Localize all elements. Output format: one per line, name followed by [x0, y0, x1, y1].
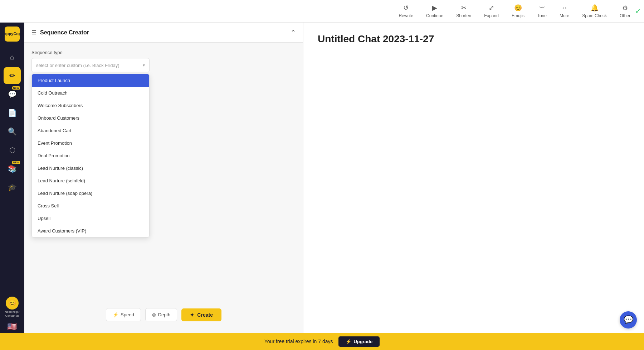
sidebar-item-cube[interactable]: ⬡	[4, 142, 21, 159]
dropdown-option-cold-outreach[interactable]: Cold Outreach	[32, 87, 149, 99]
toolbar-item-rewrite[interactable]: ↺ Rewrite	[392, 0, 420, 22]
edit-icon: ✏	[9, 71, 15, 80]
new-badge: NEW	[12, 86, 20, 90]
dropdown-option-welcome-subscribers[interactable]: Welcome Subscribers	[32, 99, 149, 112]
dropdown-option-abandoned-cart[interactable]: Abandoned Cart	[32, 124, 149, 137]
sidebar-item-edit[interactable]: ✏	[4, 67, 21, 84]
toolbar-item-other[interactable]: ⚙ Other	[613, 0, 637, 22]
dropdown-option-deal-promotion[interactable]: Deal Promotion	[32, 149, 149, 162]
books-icon: 📚	[8, 164, 17, 173]
sidebar-item-books[interactable]: 📚 NEW	[4, 160, 21, 177]
sidebar-item-search[interactable]: 🔍	[4, 123, 21, 140]
emojis-icon: 😊	[514, 4, 522, 12]
chat-support-bubble[interactable]: 💬	[620, 311, 637, 329]
depth-button[interactable]: ◎ Depth	[145, 308, 177, 321]
new-badge-2: NEW	[12, 161, 20, 164]
dropdown-menu: Product Launch Cold Outreach Welcome Sub…	[31, 74, 150, 238]
toolbar-item-shorten[interactable]: ✂ Shorten	[450, 0, 478, 22]
chat-icon: 💬	[8, 90, 17, 99]
dropdown-option-upsell[interactable]: Upsell	[32, 212, 149, 225]
continue-label: Continue	[426, 13, 443, 18]
collapse-icon[interactable]: ⌃	[291, 29, 296, 37]
logo-box: Hoppy Copy	[5, 27, 20, 42]
rewrite-label: Rewrite	[399, 13, 413, 18]
cube-icon: ⬡	[9, 146, 15, 154]
create-button[interactable]: ✦ Create	[181, 308, 221, 321]
toolbar-item-emojis[interactable]: 😊 Emojis	[505, 0, 531, 22]
speed-icon: ⚡	[113, 312, 118, 317]
sidebar-item-chat[interactable]: 💬 NEW	[4, 86, 21, 103]
panel-action-buttons: ⚡ Speed ◎ Depth ✦ Create	[24, 301, 303, 329]
dropdown-option-lead-nurture-classic[interactable]: Lead Nurture (classic)	[32, 162, 149, 174]
dropdown-arrow-icon: ▾	[143, 63, 145, 68]
toolbar-item-tone[interactable]: 〰 Tone	[531, 0, 553, 22]
dropdown-option-event-promotion[interactable]: Event Promotion	[32, 137, 149, 149]
shorten-icon: ✂	[461, 4, 467, 12]
dropdown-option-award-customers-vip[interactable]: Award Customers (VIP)	[32, 225, 149, 237]
home-icon: ⌂	[10, 53, 14, 61]
sidebar: Hoppy Copy ⌂ ✏ 💬 NEW 📄 🔍 ⬡	[0, 23, 24, 350]
dropdown-option-lead-nurture-seinfeld[interactable]: Lead Nurture (seinfeld)	[32, 174, 149, 187]
panel-title: Sequence Creator	[40, 29, 89, 36]
right-panel: Untitled Chat 2023-11-27	[303, 23, 644, 350]
more-icon: ↔	[561, 4, 568, 12]
upgrade-button[interactable]: ⚡ Upgrade	[338, 336, 380, 347]
rewrite-icon: ↺	[403, 4, 409, 12]
logo[interactable]: Hoppy Copy	[0, 23, 24, 45]
help-icon: 😊	[6, 297, 19, 310]
dropdown-option-lead-nurture-soap-opera[interactable]: Lead Nurture (soap opera)	[32, 187, 149, 200]
shorten-label: Shorten	[456, 13, 471, 18]
sidebar-item-doc[interactable]: 📄	[4, 104, 21, 121]
top-toolbar: ↺ Rewrite ▶ Continue ✂ Shorten ⤢ Expand …	[0, 0, 644, 23]
tone-icon: 〰	[539, 4, 545, 12]
tone-label: Tone	[537, 13, 547, 18]
graduation-icon: 🎓	[8, 183, 17, 192]
trial-bar: Your free trial expires in 7 days ⚡ Upgr…	[0, 333, 644, 350]
search-icon: 🔍	[8, 127, 17, 136]
toolbar-item-more[interactable]: ↔ More	[553, 0, 576, 22]
dropdown-option-product-launch[interactable]: Product Launch	[32, 74, 149, 87]
trial-message: Your free trial expires in 7 days	[264, 339, 333, 344]
flag-button[interactable]: 🇺🇸	[7, 322, 17, 331]
center-panel: ☰ Sequence Creator ⌃ Sequence type selec…	[24, 23, 303, 350]
more-label: More	[560, 13, 569, 18]
section-type-label: Sequence type	[31, 50, 296, 55]
toolbar-item-continue[interactable]: ▶ Continue	[420, 0, 450, 22]
other-label: Other	[620, 13, 630, 18]
check-icon: ✓	[635, 7, 641, 15]
doc-icon: 📄	[8, 109, 17, 117]
sparkle-icon: ✦	[190, 312, 194, 318]
panel-header: ☰ Sequence Creator ⌃	[24, 23, 303, 43]
dropdown-option-onboard-customers[interactable]: Onboard Customers	[32, 112, 149, 124]
help-text: Need help? Contact us	[5, 310, 20, 318]
spam-check-icon: 🔔	[591, 4, 599, 12]
expand-icon: ⤢	[489, 4, 494, 12]
chat-title: Untitled Chat 2023-11-27	[318, 33, 630, 45]
help-contact[interactable]: 😊 Need help? Contact us	[5, 297, 20, 318]
dropdown-placeholder: select or enter custom (i.e. Black Frida…	[36, 63, 119, 68]
expand-label: Expand	[484, 13, 499, 18]
toolbar-item-expand[interactable]: ⤢ Expand	[478, 0, 505, 22]
dropdown-trigger[interactable]: select or enter custom (i.e. Black Frida…	[31, 58, 150, 72]
chat-bubble-icon: 💬	[624, 315, 633, 325]
spam-check-label: Spam Check	[582, 13, 607, 18]
depth-icon: ◎	[152, 312, 156, 317]
speed-button[interactable]: ⚡ Speed	[106, 308, 141, 321]
sidebar-item-home[interactable]: ⌂	[4, 48, 21, 66]
sidebar-nav: ⌂ ✏ 💬 NEW 📄 🔍 ⬡ 📚 NEW 🎓	[0, 45, 24, 297]
toolbar-item-spam-check[interactable]: 🔔 Spam Check	[576, 0, 613, 22]
sequence-type-dropdown[interactable]: select or enter custom (i.e. Black Frida…	[31, 58, 296, 72]
other-icon: ⚙	[622, 4, 628, 12]
sidebar-item-graduation[interactable]: 🎓	[4, 179, 21, 196]
emojis-label: Emojis	[512, 13, 525, 18]
dropdown-option-cross-sell[interactable]: Cross Sell	[32, 200, 149, 212]
upgrade-icon: ⚡	[346, 339, 351, 344]
hamburger-icon[interactable]: ☰	[31, 29, 36, 36]
continue-icon: ▶	[432, 4, 437, 12]
